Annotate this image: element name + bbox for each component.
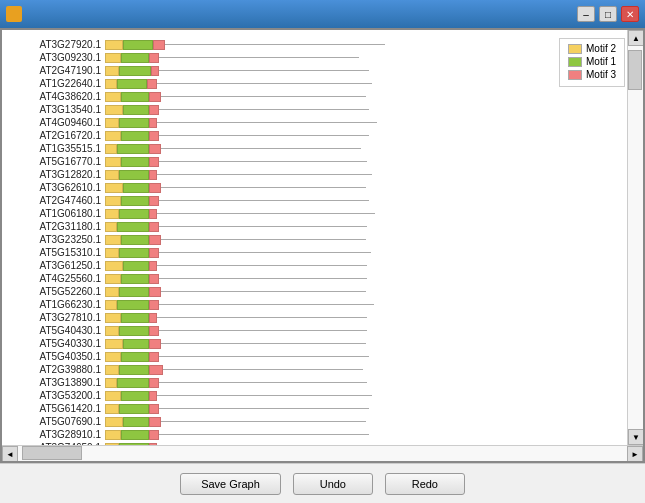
minimize-button[interactable]: – [577,6,595,22]
bar-segment [105,53,121,63]
vertical-scrollbar[interactable]: ▲ ▼ [627,30,643,445]
bar-segment [105,313,121,323]
gene-tail-line [159,304,374,305]
gene-tail-line [157,83,372,84]
bar-segment [105,66,119,76]
bar-row [105,38,627,51]
bar-segment [105,105,123,115]
bar-row [105,441,627,445]
bar-segment [119,209,149,219]
bar-segment [151,66,159,76]
bar-segment [105,196,121,206]
gene-label: AT3G09230.1 [10,51,105,64]
bar-segment [117,79,147,89]
gene-tail-line [159,356,369,357]
bar-row [105,402,627,415]
scroll-right-button[interactable]: ► [627,446,643,462]
gene-label: AT5G40430.1 [10,324,105,337]
undo-button[interactable]: Undo [293,473,373,495]
bar-segment [119,118,149,128]
gene-label: AT3G62610.1 [10,181,105,194]
gene-label: AT3G28910.1 [10,428,105,441]
scroll-thumb[interactable] [628,50,642,90]
bar-segment [149,105,159,115]
scroll-track[interactable] [628,46,643,429]
bar-segment [105,417,123,427]
gene-tail-line [161,291,366,292]
redo-button[interactable]: Redo [385,473,465,495]
bar-segment [121,92,149,102]
bar-segment [123,105,149,115]
gene-label: AT4G25560.1 [10,272,105,285]
gene-label: AT5G61420.1 [10,402,105,415]
legend-item-motif2: Motif 2 [568,43,616,54]
gene-label: AT2G47190.1 [10,64,105,77]
gene-label: AT4G38620.1 [10,90,105,103]
gene-tail-line [165,44,385,45]
maximize-button[interactable]: □ [599,6,617,22]
gene-tail-line [159,434,369,435]
gene-label: AT3G23250.1 [10,233,105,246]
bar-segment [149,339,161,349]
gene-label: AT2G47460.1 [10,194,105,207]
legend-item-motif3: Motif 3 [568,69,616,80]
bar-segment [121,157,149,167]
bar-segment [105,326,119,336]
bottom-bar: Save Graph Undo Redo [0,463,645,503]
bar-segment [149,378,159,388]
save-graph-button[interactable]: Save Graph [180,473,281,495]
scroll-up-button[interactable]: ▲ [628,30,643,46]
bar-segment [123,183,149,193]
scroll-area[interactable]: AT3G27920.1AT3G09230.1AT2G47190.1AT1G226… [2,30,627,445]
gene-label: AT2G16720.1 [10,129,105,142]
bar-row [105,415,627,428]
bar-segment [149,144,161,154]
bar-row [105,77,627,90]
bar-segment [121,391,149,401]
legend-color-motif1 [568,57,582,67]
gene-label: AT3G27920.1 [10,38,105,51]
h-scroll-track[interactable] [18,446,627,461]
bar-segment [105,131,121,141]
bar-row [105,116,627,129]
bar-segment [149,300,159,310]
bars-column [105,38,627,445]
bar-row [105,259,627,272]
bar-segment [149,261,157,271]
bar-segment [149,287,161,297]
bar-segment [153,40,165,50]
close-button[interactable]: ✕ [621,6,639,22]
horizontal-scrollbar[interactable]: ◄ ► [2,445,643,461]
bar-row [105,428,627,441]
bar-segment [121,352,149,362]
window-controls: – □ ✕ [577,6,639,22]
bar-segment [121,131,149,141]
gene-tail-line [159,382,367,383]
bar-segment [121,430,149,440]
scroll-down-button[interactable]: ▼ [628,429,643,445]
bar-row [105,311,627,324]
bar-segment [149,443,157,446]
gene-tail-line [157,265,367,266]
bar-segment [105,118,119,128]
bar-segment [149,391,157,401]
bar-segment [149,404,159,414]
scroll-left-button[interactable]: ◄ [2,446,18,462]
bar-segment [149,235,161,245]
bar-row [105,376,627,389]
bar-segment [149,222,159,232]
bar-segment [119,170,149,180]
gene-tail-line [159,200,369,201]
bar-segment [119,326,149,336]
gene-label: AT5G40350.1 [10,350,105,363]
h-scroll-thumb[interactable] [22,446,82,460]
bar-segment [149,430,159,440]
bar-row [105,51,627,64]
bar-segment [105,92,121,102]
legend-label-motif1: Motif 1 [586,56,616,67]
gene-tail-line [161,343,366,344]
bar-segment [119,248,149,258]
bar-segment [105,404,119,414]
bar-segment [123,417,149,427]
bar-segment [123,261,149,271]
